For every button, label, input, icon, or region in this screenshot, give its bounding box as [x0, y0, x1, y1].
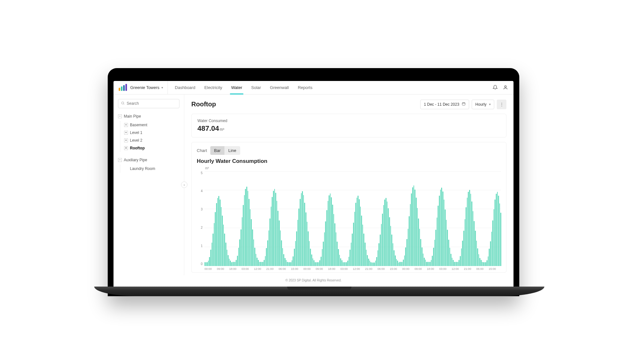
- bar: [261, 262, 262, 266]
- bar: [277, 201, 277, 266]
- main-panel: Rooftop 1 Dec - 11 Dec 2023 Hourly ▾: [184, 94, 513, 275]
- search-box[interactable]: [118, 99, 179, 108]
- tree-root: −Main Pipe+Basement+Level 1+Level 2+Roof…: [118, 113, 179, 173]
- chevron-down-icon: ▾: [489, 102, 491, 106]
- app-logo: [119, 84, 127, 91]
- granularity-select[interactable]: Hourly ▾: [472, 100, 494, 109]
- bar: [474, 221, 475, 266]
- bar: [328, 201, 329, 266]
- bar: [220, 200, 221, 266]
- bar: [456, 262, 457, 266]
- tree-item-level-1[interactable]: +Level 1: [124, 129, 179, 137]
- bar: [460, 256, 461, 266]
- bar: [323, 242, 324, 266]
- bell-icon[interactable]: [492, 84, 498, 90]
- bar: [346, 262, 347, 266]
- bar: [394, 250, 395, 266]
- bar: [235, 262, 236, 266]
- bar: [432, 256, 433, 266]
- chart-type-bar[interactable]: Bar: [210, 146, 224, 155]
- x-tick: 00:00: [303, 267, 315, 271]
- nav-tab-greenwall[interactable]: Greenwall: [266, 81, 294, 94]
- expand-icon[interactable]: +: [124, 146, 128, 150]
- user-icon[interactable]: [503, 84, 508, 90]
- bar: [368, 259, 369, 266]
- tree-item-rooftop[interactable]: +Rooftop: [124, 144, 179, 152]
- expand-icon[interactable]: +: [124, 123, 128, 127]
- search-input[interactable]: [127, 101, 177, 106]
- tree-item-laundry-room[interactable]: Laundry Room: [124, 165, 179, 173]
- tree-item-level-2[interactable]: +Level 2: [124, 137, 179, 144]
- bar: [350, 250, 350, 266]
- bar: [485, 262, 486, 266]
- content: −Main Pipe+Basement+Level 1+Level 2+Roof…: [114, 94, 513, 275]
- bar: [343, 262, 344, 266]
- bar: [495, 200, 495, 266]
- chart-type-line[interactable]: Line: [224, 146, 240, 155]
- bar: [420, 239, 421, 266]
- bar: [358, 196, 359, 266]
- bar: [341, 260, 342, 266]
- bar: [275, 193, 276, 266]
- topbar: Greenie Towers ▾ DashboardElectricityWat…: [114, 81, 513, 94]
- bar: [204, 262, 205, 266]
- bar: [408, 229, 409, 266]
- topbar-right: [492, 84, 508, 90]
- more-menu-button[interactable]: ⋮: [497, 100, 506, 109]
- bar: [222, 216, 223, 266]
- expand-icon[interactable]: +: [124, 138, 128, 142]
- bar: [471, 201, 472, 266]
- y-tick: 0: [201, 262, 203, 266]
- nav-tab-reports[interactable]: Reports: [293, 81, 317, 94]
- bar: [416, 198, 417, 266]
- date-range-picker[interactable]: 1 Dec - 11 Dec 2023: [420, 100, 469, 109]
- bar: [411, 193, 412, 266]
- bar: [283, 254, 284, 266]
- bar: [374, 262, 375, 266]
- bar: [363, 234, 364, 266]
- bar: [338, 249, 339, 266]
- nav-tab-electricity[interactable]: Electricity: [200, 81, 227, 94]
- x-tick: 06:00: [279, 267, 291, 271]
- page-title: Rooftop: [191, 101, 216, 108]
- bar: [256, 254, 257, 266]
- bar: [435, 230, 436, 266]
- bar: [314, 260, 314, 266]
- nav-tab-water[interactable]: Water: [227, 81, 247, 94]
- collapse-icon[interactable]: −: [118, 158, 122, 162]
- collapse-icon[interactable]: −: [118, 114, 122, 118]
- bar: [410, 204, 411, 266]
- tree-item-basement[interactable]: +Basement: [124, 121, 179, 129]
- nav-tab-dashboard[interactable]: Dashboard: [170, 81, 200, 94]
- site-selector[interactable]: Greenie Towers ▾: [130, 81, 168, 94]
- expand-icon[interactable]: +: [124, 131, 128, 135]
- summary-water-consumed: Water Consumed 487.04m³: [197, 119, 268, 133]
- bar: [426, 262, 427, 266]
- bar: [499, 203, 500, 266]
- bar: [354, 212, 355, 266]
- plot-area: 543210: [197, 170, 501, 266]
- bar: [319, 260, 320, 266]
- bar: [475, 231, 476, 266]
- sidebar-collapse-handle[interactable]: ‹: [181, 182, 187, 188]
- bar: [482, 262, 483, 266]
- x-tick: 18:00: [427, 267, 439, 271]
- bar: [417, 208, 418, 266]
- tree-group-auxiliary-pipe[interactable]: −Auxiliary Pipe: [118, 156, 179, 164]
- bar: [329, 195, 330, 266]
- bar: [365, 243, 366, 266]
- bar: [325, 221, 326, 266]
- bar: [257, 258, 258, 266]
- sidebar: −Main Pipe+Basement+Level 1+Level 2+Roof…: [114, 94, 184, 275]
- tree-group-main-pipe[interactable]: −Main Pipe: [118, 113, 179, 120]
- bar: [478, 254, 479, 266]
- x-tick: 00:00: [204, 267, 217, 271]
- bar: [433, 248, 434, 266]
- bar: [230, 261, 231, 266]
- x-tick: 15:00: [489, 267, 501, 271]
- bar: [302, 191, 303, 266]
- bar: [225, 243, 226, 266]
- nav-tab-solar[interactable]: Solar: [247, 81, 265, 94]
- bar: [437, 218, 438, 266]
- bar: [264, 260, 265, 266]
